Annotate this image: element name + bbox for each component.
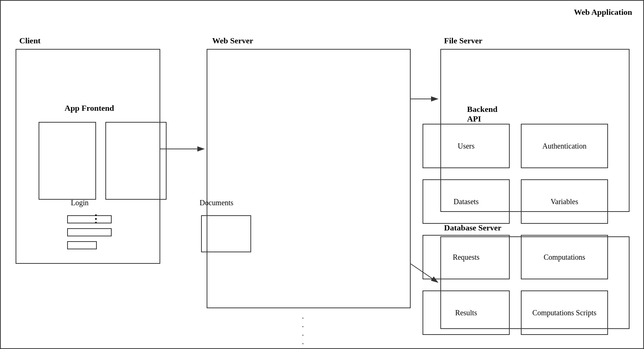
login-label: Login (71, 199, 89, 207)
client-label: Client (19, 36, 40, 46)
web-server-box: Backend API Users Authentication Dataset… (207, 49, 411, 308)
file-server-box: Dataset Files Dataset 1 Dataset 2 Datase… (440, 49, 630, 212)
web-server-label: Web Server (212, 36, 253, 46)
db-server-box: Database (440, 236, 630, 329)
login-field1 (67, 215, 112, 223)
diagram-container: Web Application Client App Frontend Logi… (0, 0, 644, 349)
client-box: App Frontend Login Documents · · · · · ·… (16, 49, 160, 264)
db-server-label: Database Server (444, 223, 502, 233)
login-field2 (67, 228, 112, 236)
login-field3 (67, 241, 97, 249)
file-server-label: File Server (444, 36, 482, 46)
documents-box: Documents · · · · · · · · · (105, 122, 167, 200)
web-app-title: Web Application (574, 7, 632, 17)
app-frontend-label: App Frontend (65, 103, 114, 113)
documents-dots: · · · · · · · · · (302, 314, 305, 349)
client-more-dots: ⋮ (91, 213, 102, 225)
login-box: Login (39, 122, 96, 200)
